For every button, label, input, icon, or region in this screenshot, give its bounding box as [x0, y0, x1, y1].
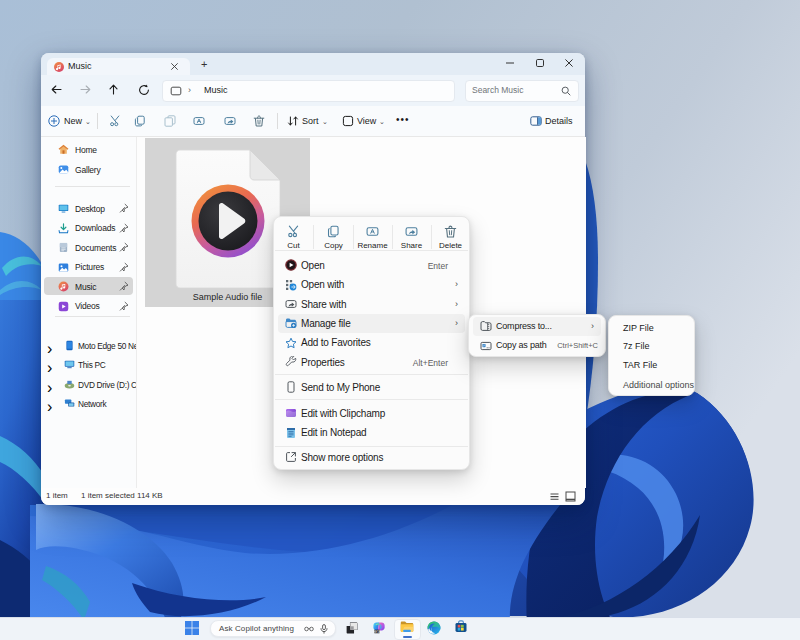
svg-text:BETA: BETA	[374, 630, 381, 634]
